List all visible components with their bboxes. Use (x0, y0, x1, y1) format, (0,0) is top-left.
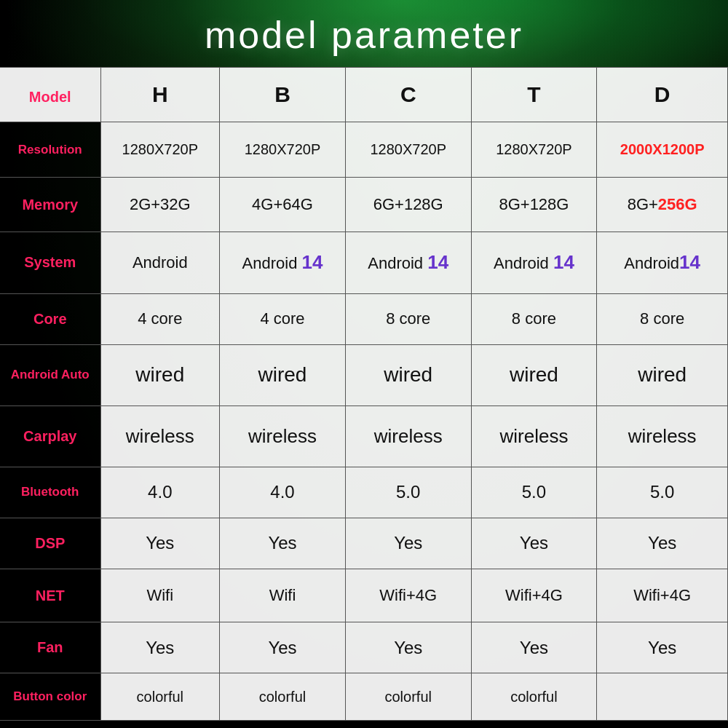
table-row: Model H B C T D (0, 68, 728, 122)
sys-c: Android 14 (345, 232, 471, 293)
sys-t: Android 14 (471, 232, 597, 293)
mem-b: 4G+64G (220, 177, 346, 232)
bt-c: 5.0 (345, 467, 471, 518)
auto-h: wired (100, 344, 220, 405)
bt-label: Bluetooth (0, 467, 100, 518)
auto-t: wired (471, 344, 597, 405)
auto-d: wired (597, 344, 728, 405)
core-label: Core (0, 293, 100, 344)
sys-t-14: 14 (553, 251, 574, 273)
btn-d (597, 673, 728, 721)
core-b: 4 core (220, 293, 346, 344)
table-row: Carplay wireless wireless wireless wirel… (0, 405, 728, 467)
table-row: Core 4 core 4 core 8 core 8 core 8 core (0, 293, 728, 344)
dsp-t: Yes (471, 518, 597, 569)
btn-h: colorful (100, 673, 220, 721)
params-table: Model H B C T D Resolution 1280X720P 128… (0, 67, 728, 721)
model-t: T (471, 68, 597, 122)
btn-b: colorful (220, 673, 346, 721)
model-b: B (220, 68, 346, 122)
cp-b-val: wireless (248, 425, 317, 447)
table-row: Fan Yes Yes Yes Yes Yes (0, 622, 728, 673)
net-b: Wifi (220, 569, 346, 622)
bt-h: 4.0 (100, 467, 220, 518)
dsp-b: Yes (220, 518, 346, 569)
net-d: Wifi+4G (597, 569, 728, 622)
mem-d: 8G+256G (597, 177, 728, 232)
memory-label-text: Memory (22, 197, 78, 213)
table-row: NET Wifi Wifi Wifi+4G Wifi+4G Wifi+4G (0, 569, 728, 622)
sys-b: Android 14 (220, 232, 346, 293)
btn-t: colorful (471, 673, 597, 721)
res-c: 1280X720P (345, 122, 471, 177)
core-d: 8 core (597, 293, 728, 344)
table-row: DSP Yes Yes Yes Yes Yes (0, 518, 728, 569)
core-t: 8 core (471, 293, 597, 344)
table-wrapper: Model H B C T D Resolution 1280X720P 128… (0, 67, 728, 728)
mem-h: 2G+32G (100, 177, 220, 232)
fan-h: Yes (100, 622, 220, 673)
table-row: Button color colorful colorful colorful … (0, 673, 728, 721)
fan-t: Yes (471, 622, 597, 673)
cp-d: wireless (597, 405, 728, 467)
core-h: 4 core (100, 293, 220, 344)
button-label-text: Button color (13, 689, 87, 703)
auto-t-val: wired (510, 363, 558, 386)
cp-d-val: wireless (628, 425, 697, 447)
sys-c-14: 14 (427, 251, 448, 273)
table-row: Bluetooth 4.0 4.0 5.0 5.0 5.0 (0, 467, 728, 518)
resolution-label: Resolution (0, 122, 100, 177)
carplay-label-text: Carplay (23, 428, 76, 444)
sys-b-14: 14 (301, 251, 323, 273)
cp-h-val: wireless (126, 425, 194, 447)
auto-b: wired (220, 344, 346, 405)
auto-label-text: Android Auto (11, 368, 90, 381)
resolution-label-text: Resolution (18, 143, 82, 157)
dsp-h: Yes (100, 518, 220, 569)
res-b: 1280X720P (220, 122, 346, 177)
bt-t: 5.0 (471, 467, 597, 518)
dsp-label-text: DSP (35, 535, 65, 551)
auto-d-val: wired (638, 363, 687, 386)
sys-h: Android (100, 232, 220, 293)
auto-b-val: wired (258, 363, 307, 386)
model-h: H (100, 68, 220, 122)
bt-label-text: Bluetooth (21, 485, 79, 499)
net-c: Wifi+4G (345, 569, 471, 622)
auto-c: wired (345, 344, 471, 405)
dsp-d: Yes (597, 518, 728, 569)
carplay-label: Carplay (0, 405, 100, 467)
net-label-text: NET (36, 587, 65, 604)
core-label-text: Core (33, 311, 67, 327)
memory-label: Memory (0, 177, 100, 232)
core-c: 8 core (345, 293, 471, 344)
fan-b: Yes (220, 622, 346, 673)
res-d: 2000X1200P (597, 122, 728, 177)
model-c: C (345, 68, 471, 122)
net-label: NET (0, 569, 100, 622)
table-row: System Android Android 14 Android 14 And… (0, 232, 728, 293)
mem-d-highlight: 256G (658, 195, 697, 213)
cp-b: wireless (220, 405, 346, 467)
net-t: Wifi+4G (471, 569, 597, 622)
model-label: Model (0, 68, 100, 122)
system-label: System (0, 232, 100, 293)
cp-c: wireless (345, 405, 471, 467)
dsp-label: DSP (0, 518, 100, 569)
dsp-c: Yes (345, 518, 471, 569)
res-d-value: 2000X1200P (620, 141, 705, 157)
auto-label: Android Auto (0, 344, 100, 405)
net-h: Wifi (100, 569, 220, 622)
mem-c: 6G+128G (345, 177, 471, 232)
cp-h: wireless (100, 405, 220, 467)
cp-t-val: wireless (499, 425, 568, 447)
fan-d: Yes (597, 622, 728, 673)
page-content: model parameter Model H B C T D Resoluti… (0, 0, 728, 728)
auto-c-val: wired (384, 363, 432, 386)
bt-b: 4.0 (220, 467, 346, 518)
fan-label-text: Fan (37, 639, 63, 655)
sys-d-14: 14 (679, 251, 700, 273)
mem-t: 8G+128G (471, 177, 597, 232)
fan-c: Yes (345, 622, 471, 673)
res-t: 1280X720P (471, 122, 597, 177)
